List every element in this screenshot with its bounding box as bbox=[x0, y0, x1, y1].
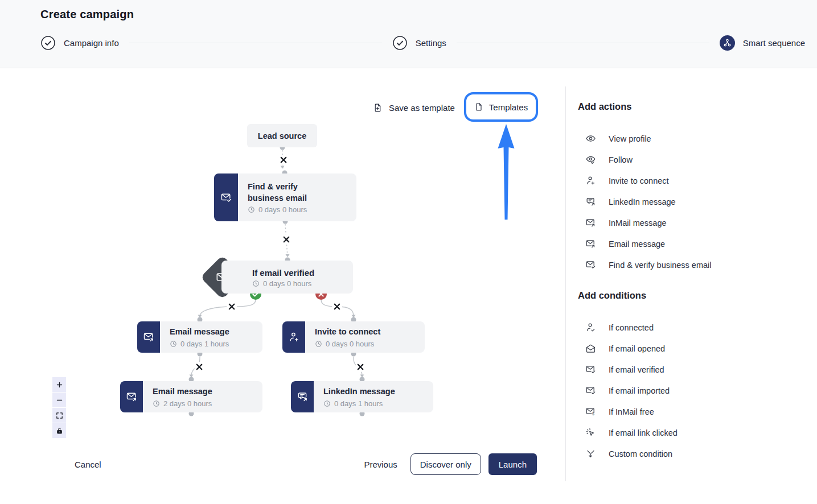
clock-icon bbox=[170, 340, 177, 348]
node-body: Email message 2 days 0 hours bbox=[143, 381, 220, 412]
fit-view-button[interactable] bbox=[52, 408, 66, 423]
page-title: Create campaign bbox=[40, 8, 805, 21]
step-settings[interactable]: Settings bbox=[392, 35, 446, 51]
footer-bar: Cancel Previous Discover only Launch bbox=[75, 453, 537, 475]
node-delay: 0 days 0 hours bbox=[315, 340, 380, 348]
condition-if-email-link-clicked[interactable]: If email link clicked bbox=[578, 422, 806, 443]
node-delay: 2 days 0 hours bbox=[153, 399, 212, 408]
document-plus-icon bbox=[373, 103, 383, 113]
clock-icon bbox=[153, 400, 160, 407]
header: Create campaign Campaign info Settings bbox=[0, 0, 817, 68]
highlight-arrow bbox=[498, 124, 515, 220]
node-body: Find & verify business email 0 days 0 ho… bbox=[238, 173, 325, 221]
envelope-check-icon bbox=[585, 364, 596, 375]
node-title: Find & verify business email bbox=[248, 181, 317, 204]
condition-if-email-imported[interactable]: If email imported bbox=[578, 380, 806, 401]
node-body: Invite to connect 0 days 0 hours bbox=[305, 321, 388, 353]
clock-icon bbox=[252, 280, 260, 287]
node-if-email-verified[interactable]: If email verified 0 days 0 hours bbox=[221, 261, 353, 294]
clock-icon bbox=[248, 206, 255, 213]
launch-button[interactable]: Launch bbox=[488, 453, 537, 475]
envelope-arrow-icon bbox=[585, 217, 596, 228]
node-title: Email message bbox=[153, 386, 212, 398]
action-view-profile[interactable]: View profile bbox=[578, 128, 806, 149]
cursor-click-icon bbox=[585, 427, 596, 438]
action-linkedin-message[interactable]: LinkedIn message bbox=[578, 191, 806, 212]
node-delay: 0 days 1 hours bbox=[323, 399, 395, 408]
envelope-check-icon bbox=[585, 385, 596, 396]
eye-check-icon bbox=[585, 154, 596, 165]
condition-if-inmail-free[interactable]: $ If InMail free bbox=[578, 401, 806, 422]
templates-button[interactable]: Templates bbox=[464, 92, 538, 122]
document-icon bbox=[474, 102, 483, 111]
check-circle-icon bbox=[40, 35, 56, 51]
zoom-in-button[interactable] bbox=[52, 377, 66, 392]
node-invite-to-connect[interactable]: Invite to connect 0 days 0 hours bbox=[282, 321, 425, 353]
node-title: Email message bbox=[170, 327, 229, 338]
node-email-message-1[interactable]: Email message 0 days 1 hours bbox=[137, 321, 262, 353]
svg-text:$: $ bbox=[592, 412, 594, 416]
sequence-canvas[interactable]: Save as template Templates Lead source F… bbox=[0, 68, 565, 504]
node-lead-source[interactable]: Lead source bbox=[247, 124, 317, 147]
delete-step-icon bbox=[227, 301, 237, 312]
actions-sidebar: Add actions View profile Follow Invite t… bbox=[565, 68, 817, 504]
action-inmail-message[interactable]: InMail message bbox=[578, 212, 806, 233]
condition-if-email-verified[interactable]: If email verified bbox=[578, 359, 806, 380]
node-delay: 0 days 1 hours bbox=[170, 340, 229, 348]
plus-icon bbox=[55, 381, 64, 389]
action-follow[interactable]: Follow bbox=[578, 149, 806, 170]
branch-icon bbox=[585, 448, 596, 459]
previous-button[interactable]: Previous bbox=[364, 460, 397, 469]
templates-label: Templates bbox=[489, 102, 528, 112]
discover-only-button[interactable]: Discover only bbox=[410, 453, 481, 475]
stepper-divider bbox=[457, 43, 709, 43]
step-label: Settings bbox=[416, 38, 446, 48]
person-plus-icon bbox=[585, 175, 596, 186]
fullscreen-icon bbox=[55, 411, 64, 420]
envelope-open-icon bbox=[585, 343, 596, 354]
node-title: Lead source bbox=[258, 131, 306, 141]
footer-actions: Previous Discover only Launch bbox=[364, 453, 537, 475]
node-body: Email message 0 days 1 hours bbox=[160, 321, 237, 353]
delete-step-icon bbox=[194, 362, 204, 372]
action-email-message[interactable]: Email message bbox=[578, 233, 806, 254]
stepper: Campaign info Settings Smart sequence bbox=[40, 35, 805, 51]
action-invite-to-connect[interactable]: Invite to connect bbox=[578, 170, 806, 191]
chat-arrow-icon bbox=[291, 381, 314, 412]
cancel-button[interactable]: Cancel bbox=[75, 460, 101, 469]
step-smart-sequence[interactable]: Smart sequence bbox=[720, 35, 805, 51]
check-circle-icon bbox=[392, 35, 408, 51]
minus-icon bbox=[55, 396, 64, 404]
clock-icon bbox=[323, 400, 331, 407]
node-title: Invite to connect bbox=[315, 327, 380, 338]
add-conditions-heading: Add conditions bbox=[578, 290, 806, 303]
step-label: Smart sequence bbox=[743, 38, 805, 48]
action-find-verify-email[interactable]: Find & verify business email bbox=[578, 254, 806, 275]
clock-icon bbox=[315, 340, 322, 348]
chat-arrow-icon bbox=[585, 196, 596, 207]
lock-button[interactable] bbox=[52, 423, 66, 438]
stepper-divider bbox=[129, 43, 382, 43]
canvas-zoom-controls bbox=[52, 377, 66, 438]
condition-custom-condition[interactable]: Custom condition bbox=[578, 443, 806, 464]
condition-if-connected[interactable]: If connected bbox=[578, 317, 806, 338]
condition-if-email-opened[interactable]: If email opened bbox=[578, 338, 806, 359]
lock-icon bbox=[55, 427, 64, 435]
node-linkedin-message[interactable]: LinkedIn message 0 days 1 hours bbox=[291, 381, 433, 412]
main-area: Save as template Templates Lead source F… bbox=[0, 68, 817, 504]
zoom-out-button[interactable] bbox=[52, 393, 66, 407]
node-title: LinkedIn message bbox=[323, 386, 395, 398]
person-plus-icon bbox=[282, 321, 305, 353]
person-check-icon bbox=[585, 322, 596, 333]
node-email-message-2[interactable]: Email message 2 days 0 hours bbox=[120, 381, 262, 412]
envelope-arrow-icon bbox=[120, 381, 143, 412]
save-as-template-label: Save as template bbox=[389, 103, 455, 113]
envelope-arrow-icon bbox=[137, 321, 160, 353]
node-find-verify-email[interactable]: Find & verify business email 0 days 0 ho… bbox=[214, 173, 356, 221]
node-body: LinkedIn message 0 days 1 hours bbox=[314, 381, 403, 412]
step-campaign-info[interactable]: Campaign info bbox=[40, 35, 119, 51]
sitemap-icon bbox=[720, 35, 735, 51]
envelope-check-icon bbox=[585, 259, 596, 270]
save-as-template-button[interactable]: Save as template bbox=[373, 100, 455, 115]
conditions-list: If connected If email opened If email ve… bbox=[578, 317, 806, 464]
